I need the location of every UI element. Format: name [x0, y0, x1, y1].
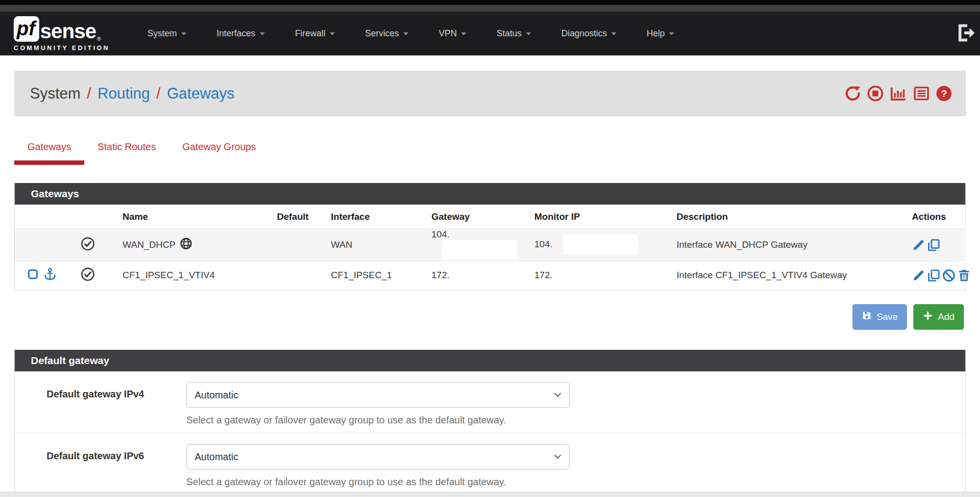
logo-subtitle: COMMUNITY EDITION [14, 44, 110, 52]
logo-sense: sense [40, 21, 96, 42]
menu-firewall[interactable]: Firewall [280, 28, 350, 39]
check-circle-icon [81, 273, 95, 283]
check-circle-icon [81, 242, 95, 253]
col-name: Name [113, 205, 267, 229]
copy-icon[interactable] [927, 269, 940, 282]
default-gateway-panel: Default gateway Default gateway IPv4 Aut… [14, 350, 966, 495]
gateway-address: 172. [422, 261, 525, 290]
tab-static-routes[interactable]: Static Routes [84, 141, 169, 165]
menu-system[interactable]: System [132, 28, 201, 39]
pfsense-logo[interactable]: pf sense ® COMMUNITY EDITION [14, 16, 110, 52]
gateways-table: Name Default Interface Gateway Monitor I… [15, 205, 966, 290]
monitor-ip: 172. [525, 261, 667, 290]
top-navbar: pf sense ® COMMUNITY EDITION System Inte… [0, 12, 980, 55]
redaction-box [442, 240, 517, 261]
breadcrumb-separator: / [156, 85, 161, 103]
sign-out-icon[interactable] [956, 24, 977, 44]
log-icon[interactable] [913, 85, 930, 102]
logo-pf: pf [14, 16, 39, 42]
anchor-icon [43, 267, 57, 284]
default-gateway-ipv6-select[interactable]: Automatic [186, 444, 570, 470]
svg-text:?: ? [941, 88, 947, 99]
save-button[interactable]: Save [853, 304, 907, 330]
default-gateway-ipv4-select[interactable]: Automatic [186, 382, 570, 408]
col-gateway: Gateway [422, 205, 525, 229]
breadcrumb-separator: / [87, 85, 91, 103]
redaction-box [563, 235, 638, 255]
gateway-interface: CF1_IPSEC_1 [321, 261, 422, 290]
menu-interfaces[interactable]: Interfaces [201, 28, 280, 39]
edit-icon[interactable] [912, 269, 925, 282]
breadcrumb-gateways-link[interactable]: Gateways [167, 85, 234, 103]
title-bar-strip [0, 5, 980, 12]
menu-help[interactable]: Help [631, 28, 689, 39]
gateways-buttons-row: Save Add [14, 304, 964, 330]
table-header-row: Name Default Interface Gateway Monitor I… [15, 205, 966, 229]
gateway-description: Interface WAN_DHCP Gateway [667, 229, 902, 261]
main-menu: System Interfaces Firewall Services VPN … [132, 28, 689, 39]
pfsense-gateways-page: pf sense ® COMMUNITY EDITION System Inte… [0, 0, 980, 497]
gateway-default [267, 261, 321, 290]
gateways-panel-title: Gateways [15, 183, 965, 205]
default-gateway-panel-title: Default gateway [15, 350, 965, 371]
col-description: Description [667, 205, 902, 229]
col-default: Default [267, 205, 321, 229]
chevron-down-icon [669, 32, 674, 35]
page-bottom-strip [0, 492, 980, 497]
menu-vpn[interactable]: VPN [424, 28, 481, 39]
gateway-interface: WAN [321, 229, 422, 261]
breadcrumb-system: System [30, 85, 80, 103]
trash-icon[interactable] [957, 269, 971, 282]
chevron-down-icon [403, 32, 408, 35]
refresh-icon[interactable] [845, 85, 861, 102]
table-row: CF1_IPSEC_1_VTIV4 CF1_IPSEC_1 172. 172. … [15, 261, 966, 290]
square-icon[interactable] [27, 268, 39, 283]
edit-icon[interactable] [912, 238, 925, 252]
chevron-down-icon [611, 32, 616, 35]
ban-icon[interactable] [942, 269, 955, 282]
tab-gateway-groups[interactable]: Gateway Groups [169, 141, 269, 165]
chevron-down-icon [181, 32, 186, 35]
menu-services[interactable]: Services [350, 28, 424, 39]
chevron-down-icon [526, 32, 531, 35]
top-strip [0, 0, 980, 5]
plus-icon [923, 311, 933, 323]
breadcrumb-routing-link[interactable]: Routing [98, 85, 150, 103]
help-icon[interactable]: ? [936, 85, 952, 102]
logo-registered-mark: ® [97, 36, 101, 42]
default-gateway-ipv6-label: Default gateway IPv6 [15, 444, 186, 488]
page-content: System / Routing / Gateways [0, 71, 980, 495]
gateway-description: Interface CF1_IPSEC_1_VTIV4 Gateway [667, 261, 902, 290]
breadcrumb: System / Routing / Gateways [30, 85, 234, 103]
default-gateway-ipv4-label: Default gateway IPv4 [15, 382, 186, 426]
globe-icon [180, 237, 192, 252]
gateways-panel: Gateways Name Default Interface Gateway … [14, 183, 966, 290]
menu-status[interactable]: Status [481, 28, 546, 39]
monitor-ip: 104. [534, 239, 553, 249]
tab-gateways[interactable]: Gateways [14, 141, 84, 165]
stop-icon[interactable] [867, 85, 883, 102]
page-action-icons: ? [845, 85, 952, 102]
default-gateway-ipv6-help: Select a gateway or failover gateway gro… [186, 476, 570, 488]
default-gateway-ipv4-row: Default gateway IPv4 Automatic Select a … [15, 371, 965, 433]
breadcrumb-bar: System / Routing / Gateways [14, 71, 966, 116]
table-row: WAN_DHCP [15, 229, 966, 261]
gateway-address: 104. [431, 229, 450, 239]
gateway-default [267, 229, 321, 261]
default-gateway-ipv4-help: Select a gateway or failover gateway gro… [186, 415, 570, 426]
col-monitor-ip: Monitor IP [525, 205, 667, 229]
copy-icon[interactable] [927, 238, 940, 252]
chart-bar-icon[interactable] [890, 85, 907, 102]
save-icon [862, 311, 872, 323]
gateway-name: CF1_IPSEC_1_VTIV4 [113, 261, 267, 290]
chevron-down-icon [461, 32, 466, 35]
col-actions: Actions [902, 205, 966, 229]
menu-diagnostics[interactable]: Diagnostics [546, 28, 631, 39]
routing-tabs: Gateways Static Routes Gateway Groups [14, 141, 966, 165]
add-button[interactable]: Add [913, 304, 964, 330]
chevron-down-icon [260, 32, 265, 35]
default-gateway-ipv6-row: Default gateway IPv6 Automatic Select a … [15, 433, 965, 495]
col-interface: Interface [321, 205, 422, 229]
chevron-down-icon [330, 32, 335, 35]
gateway-name: WAN_DHCP [123, 239, 176, 250]
